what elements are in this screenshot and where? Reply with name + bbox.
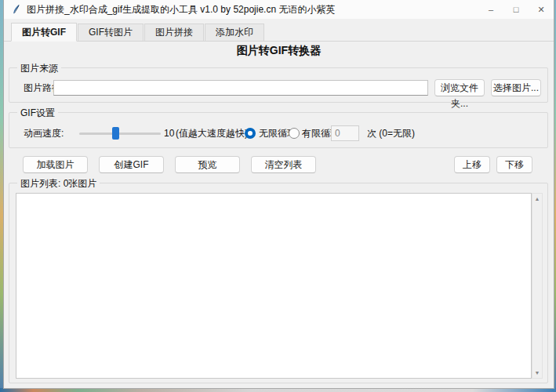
- speed-slider[interactable]: [79, 126, 161, 140]
- image-list-groupbox: 图片列表: 0张图片 ▲ ▼: [9, 183, 548, 383]
- gif-settings-group-title: GIF设置: [17, 107, 58, 120]
- loop-count-suffix: 次 (0=无限): [367, 125, 415, 141]
- tab-gif-to-image[interactable]: GIF转图片: [78, 24, 144, 41]
- titlebar[interactable]: 图片拼接_水印合成_gif生成提取的小工具 v1.0 by 52pojie.cn…: [4, 0, 554, 19]
- maximize-button[interactable]: □: [503, 0, 529, 19]
- source-group-title: 图片来源: [17, 62, 61, 75]
- slider-track[interactable]: [79, 132, 161, 135]
- image-path-input[interactable]: [53, 80, 428, 96]
- minimize-button[interactable]: –: [478, 0, 503, 19]
- feather-app-icon[interactable]: [11, 4, 22, 15]
- desktop-background: 图片拼接_水印合成_gif生成提取的小工具 v1.0 by 52pojie.cn…: [0, 0, 556, 392]
- image-listbox[interactable]: [16, 193, 532, 379]
- slider-handle[interactable]: [112, 127, 119, 140]
- tab-bar: 图片转GIF GIF转图片 图片拼接 添加水印: [4, 23, 554, 42]
- clear-list-button[interactable]: 清空列表: [251, 156, 316, 173]
- source-groupbox: 图片来源 图片路径: 浏览文件夹... 选择图片...: [9, 67, 548, 103]
- preview-button[interactable]: 预览: [175, 156, 240, 173]
- scroll-down-icon[interactable]: ▼: [532, 370, 542, 376]
- move-up-button[interactable]: 上移: [454, 156, 490, 173]
- speed-value: 10: [164, 125, 174, 141]
- loop-count-input[interactable]: [331, 125, 359, 141]
- page-title: 图片转GIF转换器: [4, 44, 554, 58]
- radio-finite-loop[interactable]: [289, 128, 300, 139]
- window-controls: – □ ✕: [478, 0, 554, 19]
- tab-image-to-gif[interactable]: 图片转GIF: [11, 23, 77, 42]
- create-gif-button[interactable]: 创建GIF: [99, 156, 164, 173]
- app-window: 图片拼接_水印合成_gif生成提取的小工具 v1.0 by 52pojie.cn…: [3, 0, 554, 389]
- load-images-button[interactable]: 加载图片: [23, 156, 88, 173]
- browse-folder-button[interactable]: 浏览文件夹...: [434, 79, 485, 96]
- image-list-title: 图片列表: 0张图片: [17, 177, 100, 191]
- scroll-up-icon[interactable]: ▲: [532, 196, 542, 201]
- tab-add-watermark[interactable]: 添加水印: [205, 24, 264, 41]
- radio-infinite-loop[interactable]: [245, 128, 256, 139]
- speed-hint: (值越大速度越快): [176, 125, 248, 141]
- tab-image-stitch[interactable]: 图片拼接: [144, 24, 204, 41]
- move-down-button[interactable]: 下移: [496, 156, 532, 173]
- close-button[interactable]: ✕: [529, 0, 554, 19]
- vertical-scrollbar[interactable]: ▲ ▼: [532, 193, 543, 379]
- gif-settings-groupbox: GIF设置 动画速度: 10 (值越大速度越快) 无限循环 有限循环 次 (0=…: [9, 112, 548, 148]
- window-title: 图片拼接_水印合成_gif生成提取的小工具 v1.0 by 52pojie.cn…: [27, 3, 335, 16]
- speed-label: 动画速度:: [24, 125, 64, 141]
- select-images-button[interactable]: 选择图片...: [491, 79, 541, 96]
